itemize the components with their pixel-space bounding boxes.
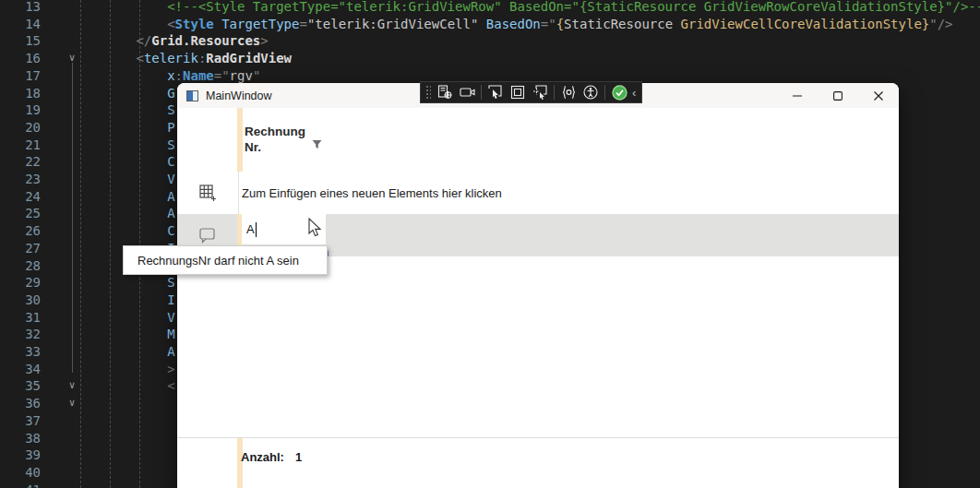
fold-chevron-icon[interactable]: ∨ <box>65 395 79 412</box>
line-number: 24 <box>0 188 41 206</box>
line-number: 20 <box>0 119 41 137</box>
insert-new-row[interactable]: Zum Einfügen eines neuen Elements hier k… <box>177 172 899 214</box>
line-number: 28 <box>0 257 41 275</box>
code-text: M <box>74 326 175 343</box>
line-number: 31 <box>0 309 41 327</box>
footer-count-value: 1 <box>295 450 302 464</box>
close-icon <box>874 91 883 101</box>
code-text: <!--<Style TargetType="telerik:GridViewR… <box>74 0 980 16</box>
column-highlight-stripe <box>237 108 243 172</box>
grid-empty-area <box>177 256 899 437</box>
code-text: x:Name="rgv" <box>74 67 260 85</box>
cell-edit-value: A <box>246 222 255 236</box>
grid-header-row: Rechnung Nr. <box>177 108 899 173</box>
maximize-button[interactable] <box>818 83 858 108</box>
code-text: C <box>74 153 175 171</box>
code-text: </Grid.Resources> <box>74 32 269 50</box>
code-text: > <box>74 361 175 378</box>
maximize-icon <box>833 91 843 101</box>
toolbar-separator <box>481 85 482 100</box>
code-text: I <box>74 292 175 309</box>
status-ok-icon[interactable] <box>611 84 627 101</box>
line-number: 14 <box>0 16 41 33</box>
code-text: A <box>74 188 175 206</box>
code-text: V <box>74 171 175 188</box>
grid-footer: Anzahl:1 <box>177 438 899 488</box>
line-number: 19 <box>0 101 41 119</box>
line-number: 41 <box>0 482 41 488</box>
line-number: 33 <box>0 343 41 361</box>
column-header-rechnung-nr[interactable]: Rechnung Nr. <box>245 124 305 155</box>
insert-row-label: Zum Einfügen eines neuen Elements hier k… <box>242 172 502 214</box>
code-text: A <box>74 343 175 361</box>
collapse-toolbar-chevron[interactable]: ‹ <box>632 86 636 100</box>
minimize-button[interactable] <box>777 83 818 108</box>
line-number: 39 <box>0 446 41 464</box>
line-number: 23 <box>0 171 41 188</box>
line-number: 26 <box>0 222 41 240</box>
line-number: 13 <box>0 0 41 16</box>
in-app-debug-toolbar: ‹ <box>420 81 642 103</box>
line-number: 17 <box>0 67 41 85</box>
code-text: < <box>74 377 175 395</box>
minimize-icon <box>793 91 802 101</box>
footer-count-label: Anzahl: <box>241 450 284 464</box>
fold-scope-line <box>72 63 73 373</box>
line-number: 37 <box>0 412 41 430</box>
line-number: 27 <box>0 240 41 257</box>
line-number: 40 <box>0 464 41 482</box>
mainwindow: MainWindow Rechnung Nr. <box>177 83 899 488</box>
display-layout-adorners-icon[interactable] <box>509 84 526 101</box>
line-number: 35 <box>0 377 41 395</box>
close-button[interactable] <box>858 83 899 108</box>
column-separator <box>238 172 239 214</box>
window-title: MainWindow <box>206 89 272 102</box>
code-text: S <box>74 137 175 154</box>
screenshot-camera-icon[interactable] <box>459 84 475 101</box>
toolbar-separator <box>604 85 605 100</box>
window-icon <box>186 90 198 101</box>
filter-funnel-icon[interactable] <box>312 137 322 153</box>
code-text: C <box>74 222 175 240</box>
mouse-cursor <box>305 218 324 242</box>
select-element-icon[interactable] <box>487 84 504 101</box>
line-number: 21 <box>0 137 41 154</box>
line-number: 36 <box>0 395 41 412</box>
toolbar-separator <box>554 85 555 100</box>
line-number: 32 <box>0 326 41 343</box>
code-text: A <box>74 205 175 222</box>
code-text: G <box>74 85 175 102</box>
code-text: V <box>74 309 175 327</box>
xaml-hot-reload-icon[interactable] <box>560 84 577 101</box>
go-to-live-visual-tree-icon[interactable] <box>436 84 453 101</box>
code-text: S <box>74 101 175 119</box>
line-number: 18 <box>0 85 41 102</box>
line-number: 29 <box>0 274 41 292</box>
line-number: 34 <box>0 361 41 378</box>
validation-tooltip-text: RechnungsNr darf nicht A sein <box>137 254 299 268</box>
line-number: 22 <box>0 153 41 171</box>
code-text: <Style TargetType="telerik:GridViewCell"… <box>74 16 953 33</box>
toolbar-grip[interactable] <box>424 84 431 101</box>
track-focused-element-icon[interactable] <box>532 84 548 101</box>
accessibility-checker-icon[interactable] <box>582 84 599 101</box>
validation-tooltip: RechnungsNr darf nicht A sein <box>123 245 328 275</box>
line-number: 16 <box>0 50 41 67</box>
line-number: 30 <box>0 292 41 309</box>
text-caret <box>256 222 257 237</box>
code-text: <telerik:RadGridView <box>74 50 292 67</box>
code-text: S <box>74 274 175 292</box>
line-number: 25 <box>0 205 41 222</box>
code-text: P <box>74 119 175 137</box>
edit-row-indicator-bubble-icon <box>199 228 216 247</box>
line-number: 38 <box>0 430 41 447</box>
insert-row-grid-plus-icon <box>199 184 217 206</box>
line-number: 15 <box>0 32 41 50</box>
